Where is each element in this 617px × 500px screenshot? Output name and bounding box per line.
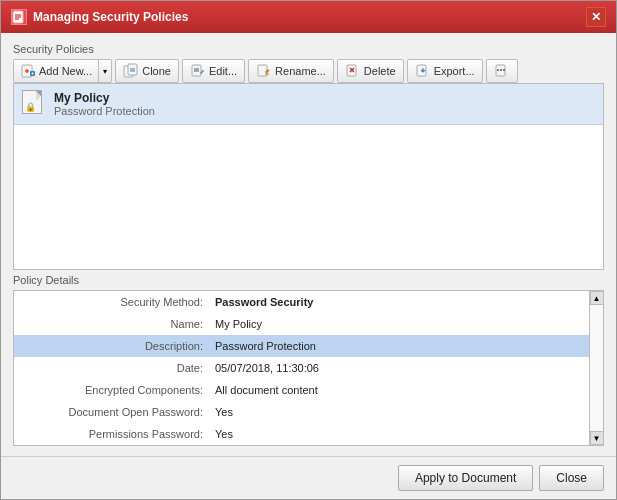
detail-value: My Policy [209, 315, 589, 333]
policy-item-description: Password Protection [54, 105, 155, 117]
export-icon [415, 63, 431, 79]
policy-item-name: My Policy [54, 91, 155, 105]
policy-item-icon: 🔒 [22, 90, 46, 118]
edit-icon [190, 63, 206, 79]
dialog-title: Managing Security Policies [33, 10, 188, 24]
svg-point-25 [500, 69, 502, 71]
clone-icon [123, 63, 139, 79]
lock-icon: 🔒 [25, 102, 36, 112]
detail-row: Document Open Password:Yes [14, 401, 589, 423]
security-policies-label: Security Policies [13, 43, 604, 55]
export-button[interactable]: Export... [407, 59, 483, 83]
close-title-bar-button[interactable]: ✕ [586, 7, 606, 27]
title-bar: Managing Security Policies ✕ [1, 1, 616, 33]
security-policies-section: Security Policies [13, 43, 604, 270]
detail-value: Yes [209, 425, 589, 443]
delete-icon [345, 63, 361, 79]
detail-value: All document content [209, 381, 589, 399]
toolbar: Add New... ▾ Clo [13, 59, 604, 83]
detail-row: Description:Password Protection [14, 335, 589, 357]
policy-details-section: Policy Details Security Method:Password … [13, 270, 604, 446]
detail-row: Encrypted Components:All document conten… [14, 379, 589, 401]
detail-row: Name:My Policy [14, 313, 589, 335]
edit-label: Edit... [209, 65, 237, 77]
add-new-button[interactable]: Add New... ▾ [13, 59, 112, 83]
scroll-down-button[interactable]: ▼ [590, 431, 604, 445]
apply-to-document-button[interactable]: Apply to Document [398, 465, 533, 491]
add-new-arrow[interactable]: ▾ [98, 60, 111, 82]
detail-row: Permissions Password:Yes [14, 423, 589, 445]
dialog-icon [11, 9, 27, 25]
detail-value: Password Security [209, 293, 589, 311]
delete-label: Delete [364, 65, 396, 77]
policy-list[interactable]: 🔒 My Policy Password Protection [13, 83, 604, 270]
detail-row: Date:05/07/2018, 11:30:06 [14, 357, 589, 379]
detail-row: Security Method:Password Security [14, 291, 589, 313]
policy-details-label: Policy Details [13, 270, 604, 290]
detail-label: Encrypted Components: [14, 381, 209, 399]
delete-button[interactable]: Delete [337, 59, 404, 83]
rename-icon [256, 63, 272, 79]
detail-label: Security Method: [14, 293, 209, 311]
dialog-content: Security Policies [1, 33, 616, 456]
managing-security-policies-dialog: Managing Security Policies ✕ Security Po… [0, 0, 617, 500]
add-new-label: Add New... [39, 65, 92, 77]
detail-label: Date: [14, 359, 209, 377]
document-icon: 🔒 [22, 90, 42, 114]
close-button[interactable]: Close [539, 465, 604, 491]
rename-button[interactable]: Rename... [248, 59, 334, 83]
title-bar-left: Managing Security Policies [11, 9, 188, 25]
svg-point-24 [497, 69, 499, 71]
sections-wrapper: Security Policies [13, 43, 604, 446]
bottom-bar: Apply to Document Close [1, 456, 616, 499]
policy-item-text: My Policy Password Protection [54, 91, 155, 117]
detail-label: Permissions Password: [14, 425, 209, 443]
export-label: Export... [434, 65, 475, 77]
more-icon [494, 63, 510, 79]
clone-button[interactable]: Clone [115, 59, 179, 83]
edit-button[interactable]: Edit... [182, 59, 245, 83]
scroll-track [590, 305, 603, 431]
detail-label: Document Open Password: [14, 403, 209, 421]
details-table: Security Method:Password SecurityName:My… [14, 291, 589, 445]
detail-value: Password Protection [209, 337, 589, 355]
detail-value: Yes [209, 403, 589, 421]
detail-value: 05/07/2018, 11:30:06 [209, 359, 589, 377]
add-new-icon [20, 63, 36, 79]
scroll-up-button[interactable]: ▲ [590, 291, 604, 305]
svg-point-26 [503, 69, 505, 71]
add-new-main[interactable]: Add New... [14, 60, 98, 82]
details-scrollbar: ▲ ▼ [589, 291, 603, 445]
clone-label: Clone [142, 65, 171, 77]
detail-label: Description: [14, 337, 209, 355]
policy-list-item[interactable]: 🔒 My Policy Password Protection [14, 84, 603, 125]
details-container: Security Method:Password SecurityName:My… [13, 290, 604, 446]
more-button[interactable] [486, 59, 518, 83]
rename-label: Rename... [275, 65, 326, 77]
detail-label: Name: [14, 315, 209, 333]
